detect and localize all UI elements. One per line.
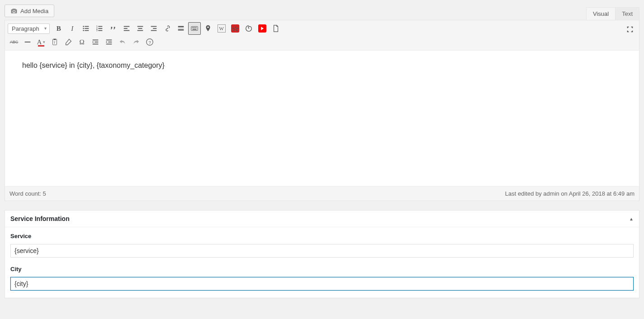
help-icon: ? (146, 38, 154, 46)
svg-point-2 (83, 28, 84, 29)
svg-rect-9 (98, 28, 102, 29)
svg-rect-35 (95, 42, 98, 42)
editor-content-area[interactable]: hello {service} in {city}, {taxonomy_cat… (5, 51, 639, 186)
bold-button[interactable]: B (52, 22, 65, 35)
align-center-button[interactable] (134, 22, 147, 35)
readmore-button[interactable] (175, 22, 187, 35)
clear-formatting-button[interactable] (62, 36, 75, 48)
blockquote-icon (109, 24, 117, 33)
svg-rect-13 (123, 28, 127, 29)
svg-rect-14 (123, 30, 129, 31)
paste-text-button[interactable]: T (48, 36, 61, 48)
last-edited: Last edited by admin on April 26, 2018 a… (505, 190, 635, 197)
svg-rect-23 (178, 29, 184, 31)
help-button[interactable]: ? (143, 36, 156, 48)
fullscreen-button[interactable] (624, 23, 636, 36)
eraser-icon (64, 38, 72, 46)
service-field-label: Service (10, 233, 634, 239)
yelp-icon (231, 24, 239, 33)
editor-tabs: Visual Text (586, 7, 639, 20)
svg-text:T: T (54, 41, 56, 44)
keyboard-icon (190, 24, 199, 33)
document-button[interactable] (270, 22, 282, 35)
tab-text[interactable]: Text (616, 7, 639, 20)
svg-rect-26 (193, 27, 194, 28)
indent-button[interactable] (103, 36, 115, 48)
document-icon (272, 24, 280, 33)
svg-rect-38 (108, 42, 112, 42)
undo-button[interactable] (116, 36, 129, 48)
svg-point-0 (83, 26, 84, 27)
svg-rect-1 (85, 26, 89, 27)
text-color-icon: A (37, 38, 42, 46)
svg-rect-34 (93, 40, 99, 41)
svg-rect-16 (138, 28, 142, 29)
readmore-icon (177, 24, 185, 33)
special-char-button[interactable]: Ω (76, 36, 88, 48)
outdent-icon (91, 38, 99, 46)
redo-button[interactable] (130, 36, 142, 48)
editor-status-bar: Word count: 5 Last edited by admin on Ap… (5, 186, 639, 201)
youtube-button[interactable] (256, 22, 269, 35)
svg-rect-18 (151, 26, 156, 27)
collapse-toggle-icon[interactable]: ▲ (629, 216, 634, 221)
city-field-label: City (10, 266, 634, 272)
svg-rect-36 (93, 44, 99, 45)
metabox-header[interactable]: Service Information ▲ (5, 211, 639, 227)
link-button[interactable] (161, 22, 174, 35)
spiral-icon (245, 24, 253, 33)
service-information-metabox: Service Information ▲ Service City (5, 210, 639, 298)
svg-rect-20 (151, 30, 156, 31)
omega-icon: Ω (79, 38, 84, 46)
svg-rect-29 (192, 29, 196, 30)
svg-rect-24 (191, 27, 198, 31)
bulleted-list-icon (82, 24, 90, 33)
format-select[interactable]: Paragraph (8, 23, 50, 34)
yelp-button[interactable] (229, 22, 242, 35)
fullscreen-icon (626, 25, 634, 33)
svg-text:3: 3 (96, 29, 98, 32)
spiral-button[interactable] (242, 22, 255, 35)
add-media-label: Add Media (20, 8, 48, 14)
tab-visual[interactable]: Visual (586, 7, 616, 20)
align-left-icon (123, 24, 131, 33)
toolbar-toggle-button[interactable] (188, 22, 201, 35)
svg-rect-28 (195, 27, 196, 28)
add-media-button[interactable]: Add Media (5, 5, 54, 17)
horizontal-rule-button[interactable] (21, 36, 34, 48)
wikipedia-icon: W (218, 24, 226, 33)
strikethrough-icon: ABC (10, 40, 19, 44)
service-input[interactable] (10, 244, 634, 258)
align-left-button[interactable] (120, 22, 133, 35)
svg-point-4 (83, 30, 84, 31)
city-input[interactable] (10, 277, 634, 291)
youtube-icon (258, 24, 266, 33)
italic-button[interactable]: I (66, 22, 79, 35)
editor-toolbar: Paragraph B I 123 (5, 20, 639, 51)
strikethrough-button[interactable]: ABC (8, 36, 20, 48)
svg-rect-32 (53, 39, 56, 40)
outdent-button[interactable] (89, 36, 102, 48)
svg-rect-37 (106, 40, 112, 41)
word-count: Word count: 5 (9, 190, 46, 197)
svg-rect-12 (123, 26, 129, 27)
numbered-list-button[interactable]: 123 (93, 22, 106, 35)
italic-icon: I (71, 25, 73, 33)
redo-icon (132, 38, 140, 46)
svg-rect-3 (85, 28, 89, 29)
bulleted-list-button[interactable] (80, 22, 92, 35)
text-color-button[interactable]: A ▾ (35, 36, 47, 48)
editor-paragraph: hello {service} in {city}, {taxonomy_cat… (22, 61, 622, 70)
blockquote-button[interactable] (107, 22, 119, 35)
svg-rect-15 (137, 26, 143, 27)
svg-rect-25 (192, 27, 193, 28)
svg-rect-11 (98, 30, 102, 31)
align-right-button[interactable] (147, 22, 160, 35)
undo-icon (118, 38, 127, 46)
svg-rect-19 (153, 28, 156, 29)
wikipedia-button[interactable]: W (215, 22, 228, 35)
map-pin-button[interactable] (202, 22, 214, 35)
clipboard-icon: T (51, 38, 59, 46)
bold-icon: B (57, 25, 61, 33)
metabox-title: Service Information (10, 215, 70, 222)
